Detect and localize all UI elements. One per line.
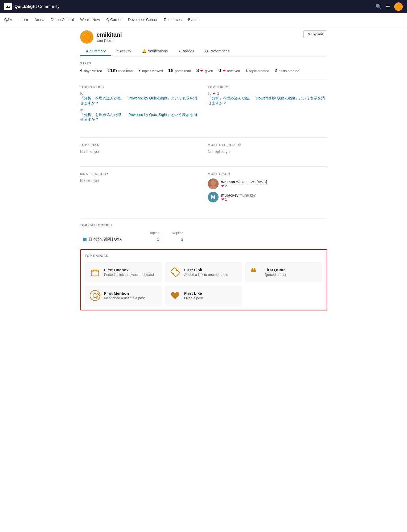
reply-link-2[interactable]: 「分析」を埋め込んだ際、「Powered by QuickSight」という表示… <box>80 113 197 122</box>
badge-link-desc: Added a link to another topic <box>184 273 228 277</box>
liked-info-2: murackey murackey ❤ 1 <box>221 193 256 201</box>
stat-label-topicsviewed: topics viewed <box>142 69 163 73</box>
stats-label: STATS <box>80 61 327 65</box>
replies-topics-row: TOP REPLIES 9d 「分析」を埋め込んだ際、「Powered by Q… <box>80 85 327 131</box>
stats-row: 4 days visited 11m read time 7 topics vi… <box>80 68 327 73</box>
category-replies-1[interactable]: 2 <box>162 236 187 243</box>
svg-text:❝: ❝ <box>250 267 256 278</box>
stat-num-topiccreated: 1 <box>245 68 248 73</box>
badge-like-name: First Like <box>184 291 203 296</box>
badge-like-icon <box>169 290 181 301</box>
badge-quote-desc: Quoted a post <box>264 273 286 277</box>
top-links-section: TOP LINKS No links yet. <box>80 143 199 154</box>
topic-link-1[interactable]: 「分析」を埋め込んだ際、「Powered by QuickSight」という表示… <box>208 96 325 105</box>
tab-preferences[interactable]: ⚙ Preferences <box>200 47 235 56</box>
col-replies: Replies <box>162 230 187 236</box>
stat-label-topiccreated: topic created <box>249 69 269 73</box>
stat-num-postscreated: 2 <box>274 68 277 73</box>
stat-received: 0 ❤ received <box>219 68 240 73</box>
liked-avatar-1 <box>208 178 219 189</box>
top-links-title: TOP LINKS <box>80 143 199 147</box>
reply-link-1[interactable]: 「分析」を埋め込んだ際、「Powered by QuickSight」という表示… <box>80 96 197 105</box>
top-bar-left: QuickSight Community <box>4 3 60 10</box>
tab-activity[interactable]: ≡ Activity <box>111 47 137 56</box>
category-topics-1[interactable]: 1 <box>141 236 162 243</box>
topic-item-1: 9d ❤ 2 「分析」を埋め込んだ際、「Powered by QuickSigh… <box>208 92 327 106</box>
reply-date-2: 9d <box>80 108 199 112</box>
stat-num-readtime: 11m <box>107 68 117 73</box>
profile-tabs: ♟ Summary ≡ Activity 🔔 Notifications ● B… <box>80 47 327 56</box>
hamburger-icon[interactable]: ☰ <box>386 4 390 10</box>
nav-item-arena[interactable]: Arena <box>34 18 44 22</box>
liked-row: MOST LIKED BY No likes yet. MOST LIKED W… <box>80 172 327 211</box>
tab-badges[interactable]: ● Badges <box>173 47 200 56</box>
nav-item-events[interactable]: Events <box>188 18 199 22</box>
stat-label-postsread: posts read <box>175 69 191 73</box>
nav-item-learn[interactable]: Learn <box>19 18 28 22</box>
stat-label-given: given <box>205 69 213 73</box>
badge-mention-desc: Mentioned a user in a post <box>104 296 145 300</box>
top-bar-right: 🔍 ☰ 🟠 <box>376 2 403 11</box>
topic-heart-icon: ❤ <box>213 92 216 95</box>
user-avatar-top[interactable]: 🟠 <box>394 2 403 11</box>
stat-num-topicsviewed: 7 <box>138 68 141 73</box>
badge-mention-info: First Mention Mentioned a user in a post <box>104 291 145 300</box>
tab-notifications[interactable]: 🔔 Notifications <box>137 47 173 56</box>
wakana-avatar-svg <box>208 178 219 189</box>
profile-info: 🟠 emikitani Emi Kitani <box>80 30 122 44</box>
stat-topics-viewed: 7 topics viewed <box>138 68 163 73</box>
nav-item-resources[interactable]: Resources <box>164 18 182 22</box>
most-replied-section: MOST REPLIED TO No replies yet. <box>208 143 327 154</box>
stat-num-given: 3 <box>196 68 199 73</box>
tab-summary[interactable]: ♟ Summary <box>80 47 111 56</box>
nav-item-whatsnew[interactable]: What's New <box>80 18 100 22</box>
nav-item-demo[interactable]: Demo Central <box>51 18 74 22</box>
main-content: 🟠 emikitani Emi Kitani ✿ Expand ♟ Summar… <box>76 26 331 321</box>
badge-quote-icon: ❝ <box>249 266 261 278</box>
liked-name-1: Wakana Wakana VS [AWS] <box>221 180 267 184</box>
stat-topic-created: 1 topic created <box>245 68 269 73</box>
badge-first-like: First Like Liked a post <box>165 285 242 306</box>
site-title: QuickSight Community <box>14 4 60 9</box>
most-replied-title: MOST REPLIED TO <box>208 143 327 147</box>
stat-num-days: 4 <box>80 68 83 73</box>
stat-label-days: days visited <box>84 69 102 73</box>
category-name-1: 日本語で質問 | Q&A <box>80 236 141 243</box>
badge-quote-name: First Quote <box>264 268 286 272</box>
badge-quote-info: First Quote Quoted a post <box>264 268 286 277</box>
profile-header: 🟠 emikitani Emi Kitani ✿ Expand <box>80 30 327 44</box>
svg-point-2 <box>211 180 216 185</box>
badge-onebox-name: First Onebox <box>104 268 154 272</box>
search-icon[interactable]: 🔍 <box>376 4 381 10</box>
stat-label-received: received <box>227 69 240 73</box>
reply-item-2: 9d 「分析」を埋め込んだ際、「Powered by QuickSight」とい… <box>80 108 199 122</box>
badge-first-quote: ❝ First Quote Quoted a post <box>245 262 322 282</box>
top-links-empty: No links yet. <box>80 149 199 154</box>
badge-link-name: First Link <box>184 268 228 272</box>
stat-days-visited: 4 days visited <box>80 68 102 73</box>
avatar: 🟠 <box>80 30 93 44</box>
most-liked-title: MOST LIKED <box>208 172 327 176</box>
profile-username: emikitani <box>97 31 122 38</box>
category-dot-1 <box>83 238 87 241</box>
expand-button[interactable]: ✿ Expand <box>303 30 327 38</box>
badge-onebox-desc: Posted a link that was oneboxed <box>104 273 154 277</box>
nav-item-devcorner[interactable]: Developer Corner <box>128 18 158 22</box>
reply-date-1: 9d <box>80 92 199 95</box>
badge-first-link: First Link Added a link to another topic <box>165 262 242 282</box>
badges-title: TOP BADGES <box>85 254 322 258</box>
nav-item-qa[interactable]: Q&A <box>4 18 12 22</box>
logo <box>4 3 12 10</box>
badge-onebox-info: First Onebox Posted a link that was oneb… <box>104 268 154 277</box>
heart-received-icon: ❤ <box>223 69 226 73</box>
col-topics: Topics <box>141 230 162 236</box>
profile-fullname: Emi Kitani <box>97 38 122 43</box>
links-replied-row: TOP LINKS No links yet. MOST REPLIED TO … <box>80 143 327 160</box>
nav-item-qcorner[interactable]: Q Corner <box>106 18 122 22</box>
most-liked-by-title: MOST LIKED BY <box>80 172 199 176</box>
stats-section: STATS 4 days visited 11m read time 7 top… <box>80 61 327 73</box>
col-category <box>80 230 141 236</box>
top-categories-section: TOP CATEGORIES Topics Replies 日本語で質問 | Q… <box>80 223 327 243</box>
liked-count-1: ❤ 2 <box>221 184 267 188</box>
stat-label-postscreated: posts created <box>278 69 299 73</box>
